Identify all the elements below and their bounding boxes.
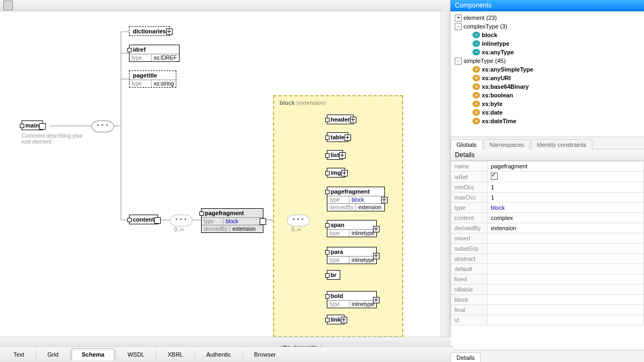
occurrence-label: 0..∞ [291, 226, 301, 232]
simpletype-icon: s [473, 92, 480, 98]
tab-details[interactable]: Details [450, 352, 481, 362]
tree-item[interactable]: •block [452, 31, 643, 39]
tree-item[interactable]: sxs:date [452, 108, 643, 117]
expand-icon[interactable] [373, 253, 380, 259]
tree-item[interactable]: sxs:boolean [452, 91, 643, 100]
view-tabs: TextGridSchemaWSDLXBRLAuthenticBrowser [0, 346, 454, 362]
horizontal-scrollbar[interactable] [0, 337, 450, 346]
details-properties[interactable]: namepagefragmentisRefminOcc1maxOcc1typeb… [450, 161, 644, 350]
prop-value[interactable] [488, 305, 644, 315]
tree-item[interactable]: •xs:anyType [452, 48, 643, 56]
expand-icon[interactable] [341, 170, 348, 176]
expand-icon[interactable] [350, 117, 356, 123]
checkbox-icon[interactable] [491, 173, 498, 180]
expand-icon[interactable] [381, 197, 388, 203]
tab-grid[interactable]: Grid [37, 349, 69, 360]
details-tabset: Details [450, 350, 644, 362]
collapse-icon[interactable]: - [455, 23, 462, 30]
prop-key: mixed [451, 233, 488, 244]
tab-browser[interactable]: Browser [244, 349, 286, 360]
tree-item[interactable]: sxs:anySimpleType [452, 65, 643, 74]
prop-value[interactable] [488, 274, 644, 285]
node-pagetitle[interactable]: pagetitle typexs:string [129, 70, 176, 88]
toolbar-button-icon[interactable] [3, 1, 13, 10]
tree-item-label: block [482, 32, 497, 38]
node-bold[interactable]: boldtypeinlinetype [327, 291, 377, 308]
prop-value[interactable] [488, 264, 644, 274]
tree-item-label: xs:dateTime [482, 118, 516, 124]
prop-value[interactable] [488, 172, 644, 182]
tab-wsdl[interactable]: WSDL [117, 349, 155, 360]
prop-value[interactable]: extension [488, 223, 644, 233]
tab-globals[interactable]: Globals [450, 139, 482, 150]
expand-icon[interactable] [341, 317, 347, 323]
tab-identity-constraints[interactable]: Identity constraints [531, 139, 592, 150]
prop-value[interactable] [488, 254, 644, 264]
sequence-compositor[interactable] [170, 215, 192, 226]
details-panel-title: Details [450, 150, 644, 161]
port-icon[interactable] [39, 123, 46, 130]
tab-xbrl[interactable]: XBRL [158, 349, 194, 360]
tree-item[interactable]: •inlinetype [452, 39, 643, 48]
diagram-canvas[interactable]: main Comment describing your root elemen… [0, 11, 450, 347]
prop-value[interactable] [488, 233, 644, 244]
sequence-compositor[interactable] [91, 120, 114, 132]
sequence-compositor[interactable] [287, 215, 310, 226]
expand-icon[interactable] [166, 29, 173, 35]
node-pagefragment[interactable]: pagefragment typeblock derivedByextensio… [201, 208, 263, 233]
node-idref[interactable]: idref typexs:IDREF [129, 45, 180, 62]
prop-value[interactable] [488, 295, 644, 305]
node-header[interactable]: header [327, 115, 354, 124]
node-pagefragment-inner[interactable]: pagefragment typeblock derivedByextensio… [327, 187, 385, 211]
prop-value[interactable]: 1 [488, 182, 644, 193]
prop-value[interactable] [488, 315, 644, 325]
tree-item[interactable]: sxs:anyURI [452, 74, 643, 82]
tab-text[interactable]: Text [3, 349, 34, 360]
node-list[interactable]: list [327, 150, 343, 160]
node-table[interactable]: table [327, 132, 348, 142]
prop-value[interactable]: 1 [488, 193, 644, 203]
tree-item[interactable]: sxs:base64Binary [452, 82, 643, 91]
simpletype-icon: s [473, 118, 480, 124]
tree-item[interactable]: sxs:dateTime [452, 117, 643, 125]
expand-icon[interactable] [373, 297, 380, 303]
tree-item[interactable]: -simpleType (45) [452, 56, 643, 65]
node-br[interactable]: br [327, 270, 340, 280]
prop-value[interactable] [488, 244, 644, 254]
tree-item-label: complexType (3) [463, 23, 507, 30]
prop-value[interactable] [488, 285, 644, 295]
vertical-scrollbar[interactable] [441, 11, 450, 337]
tab-namespaces[interactable]: Namespaces [484, 139, 530, 150]
prop-key: content [451, 213, 488, 223]
components-tree[interactable]: +element (23)-complexType (3)•block•inli… [450, 11, 644, 137]
prop-value[interactable]: complex [488, 213, 644, 223]
prop-key: default [451, 264, 488, 274]
tree-item[interactable]: +element (23) [452, 13, 643, 22]
node-span[interactable]: spantypeinlinetype [327, 220, 377, 237]
port-icon[interactable] [260, 218, 266, 225]
node-img[interactable]: img [327, 168, 345, 178]
node-para[interactable]: paratypeinlinetype [327, 247, 377, 264]
tree-item-label: xs:date [482, 109, 503, 116]
node-content[interactable]: content [129, 215, 158, 224]
tree-item-label: xs:base64Binary [482, 83, 528, 90]
tree-item[interactable]: -complexType (3) [452, 22, 643, 31]
expand-icon[interactable] [345, 134, 351, 141]
expand-icon[interactable] [373, 226, 380, 232]
prop-value[interactable]: block [488, 203, 644, 213]
collapse-icon[interactable]: - [455, 58, 462, 65]
port-icon[interactable] [154, 217, 161, 224]
tab-authentic[interactable]: Authentic [196, 349, 241, 360]
node-main[interactable]: main [22, 120, 43, 130]
tab-schema[interactable]: Schema [71, 349, 115, 360]
node-dictionaries[interactable]: dictionaries [129, 26, 170, 36]
tree-item-label: xs:anySimpleType [482, 66, 533, 73]
simpletype-icon: s [473, 109, 480, 116]
tree-item[interactable]: sxs:byte [452, 100, 643, 108]
simpletype-icon: s [473, 83, 480, 90]
prop-value[interactable]: pagefragment [488, 161, 644, 172]
node-link[interactable]: link [327, 315, 345, 324]
node-dictionaries-label: dictionaries [130, 27, 169, 36]
expand-icon[interactable] [339, 152, 346, 159]
expand-icon[interactable]: + [455, 15, 462, 22]
